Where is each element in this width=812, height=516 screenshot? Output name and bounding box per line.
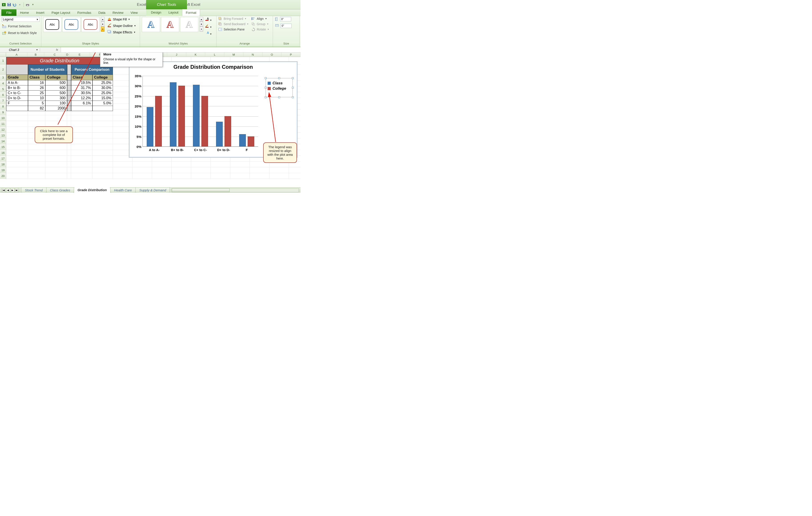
col-header-O[interactable]: O (262, 53, 282, 57)
formula-input[interactable] (61, 47, 300, 52)
shape-fill-button[interactable]: Shape Fill ▼ (107, 17, 136, 22)
col-header-P[interactable]: P (282, 53, 300, 57)
text-effects-button[interactable]: A▼ (205, 31, 212, 35)
sheet-tab-stock-trend[interactable]: Stock Trend (21, 187, 47, 193)
row-header-17[interactable]: 17 (0, 156, 6, 162)
align-button[interactable]: Align▼ (252, 17, 269, 21)
reset-match-style-button[interactable]: Reset to Match Style (2, 31, 37, 35)
row-header-5[interactable]: 5 (0, 86, 6, 92)
row-header-10[interactable]: 10 (0, 115, 6, 121)
shape-style-preset-1[interactable]: Abc (43, 17, 61, 32)
bar-college-3[interactable] (225, 116, 231, 146)
sheet-tab-class-grades[interactable]: Class Grades (46, 187, 74, 193)
col-header-E[interactable]: E (69, 53, 90, 57)
col-header-J[interactable]: J (167, 53, 186, 57)
selection-pane-button[interactable]: Selection Pane (218, 28, 249, 31)
row-header-13[interactable]: 13 (0, 133, 6, 138)
col-header-B[interactable]: B (27, 53, 44, 57)
shape-style-preset-3[interactable]: Abc (81, 17, 99, 32)
sheet-tab-grade-distribution[interactable]: Grade Distribution (74, 187, 111, 193)
tab-insert[interactable]: Insert (32, 9, 48, 16)
chart-plot-area[interactable]: 0%5%10%15%20%25%30%35%A to A-B+ to B-C+ … (143, 76, 258, 147)
sheet-tab-supply-demand[interactable]: Supply & Demand (135, 187, 170, 193)
col-header-C[interactable]: C (44, 53, 65, 57)
qat-dropdown-icon[interactable]: ▼ (30, 2, 35, 7)
bar-college-1[interactable] (178, 86, 185, 146)
col-header-L[interactable]: L (205, 53, 224, 57)
group-button[interactable]: Group▼ (252, 22, 269, 26)
sheet-nav-prev[interactable]: ◀ (6, 188, 10, 192)
tab-review[interactable]: Review (109, 9, 127, 16)
tab-design[interactable]: Design (147, 9, 165, 16)
sheet-nav-first[interactable]: |◀ (2, 188, 5, 192)
tab-data[interactable]: Data (95, 9, 109, 16)
send-backward-button[interactable]: Send Backward▼ (218, 22, 249, 26)
height-input[interactable]: 0" (280, 17, 291, 21)
col-header-M[interactable]: M (224, 53, 243, 57)
row-header-3[interactable]: 3 (0, 75, 6, 81)
wordart-gallery-more[interactable]: ▾ (200, 27, 203, 32)
tab-home[interactable]: Home (17, 9, 32, 16)
col-header-A[interactable]: A (6, 53, 27, 57)
row-header-19[interactable]: 19 (0, 167, 6, 173)
row-header-1[interactable]: 1 (0, 57, 6, 64)
width-input[interactable]: 0" (281, 24, 292, 28)
tab-formulas[interactable]: Formulas (74, 9, 95, 16)
tab-layout[interactable]: Layout (165, 9, 182, 16)
horizontal-scrollbar[interactable] (172, 188, 299, 192)
bar-class-4[interactable] (239, 134, 246, 146)
bar-college-0[interactable] (155, 96, 162, 146)
shape-gallery-more[interactable]: ▾ (101, 27, 105, 32)
file-tab[interactable]: File (1, 9, 17, 16)
wordart-preset-1[interactable]: A (142, 17, 160, 32)
row-header-12[interactable]: 12 (0, 127, 6, 133)
redo-icon[interactable]: ▾ (17, 2, 22, 7)
tab-format[interactable]: Format (182, 9, 200, 16)
chart-element-dropdown[interactable]: Legend ▼ (2, 17, 39, 22)
bar-class-3[interactable] (216, 122, 223, 146)
shape-style-preset-2[interactable]: Abc (62, 17, 81, 32)
tab-view[interactable]: View (127, 9, 141, 16)
shape-effects-button[interactable]: Shape Effects ▼ (107, 30, 136, 34)
row-header-6[interactable]: 6 (0, 92, 6, 98)
row-header-14[interactable]: 14 (0, 138, 6, 144)
shape-gallery-up[interactable]: ▲ (101, 17, 105, 22)
row-header-16[interactable]: 16 (0, 150, 6, 156)
col-header-N[interactable]: N (243, 53, 262, 57)
row-header-8[interactable]: 8 (0, 104, 6, 109)
row-header-15[interactable]: 15 (0, 144, 6, 150)
bar-class-0[interactable] (147, 107, 153, 146)
select-all-corner[interactable] (0, 53, 6, 57)
print-icon[interactable] (25, 2, 30, 7)
save-icon[interactable] (7, 2, 11, 7)
wordart-gallery-up[interactable]: ▲ (200, 17, 203, 22)
sheet-nav-next[interactable]: ▶ (10, 188, 14, 192)
sheet-tab-health-care[interactable]: Health Care (110, 187, 136, 193)
bar-class-2[interactable] (193, 85, 200, 146)
tab-page-layout[interactable]: Page Layout (48, 9, 74, 16)
bar-college-4[interactable] (248, 136, 254, 146)
row-header-7[interactable]: 7 (0, 98, 6, 104)
format-selection-button[interactable]: Format Selection (2, 24, 32, 28)
wordart-gallery-down[interactable]: ▼ (200, 22, 203, 27)
row-header-20[interactable]: 20 (0, 173, 6, 179)
col-header-D[interactable]: D (65, 53, 69, 57)
row-header-9[interactable]: 9 (0, 109, 6, 115)
wordart-preset-3[interactable]: A (180, 17, 198, 32)
text-fill-button[interactable]: A▼ (205, 17, 212, 22)
rotate-button[interactable]: Rotate▼ (252, 28, 269, 31)
excel-icon[interactable]: X (1, 2, 6, 7)
col-header-K[interactable]: K (186, 53, 205, 57)
chart-legend[interactable]: Class College (266, 78, 293, 97)
name-box[interactable]: Chart 3▼ (0, 48, 40, 52)
fx-icon[interactable]: fx (53, 48, 61, 51)
bring-forward-button[interactable]: Bring Forward▼ (218, 17, 249, 21)
row-header-2[interactable]: 2 (0, 64, 6, 75)
bar-college-2[interactable] (201, 96, 208, 146)
wordart-preset-2[interactable]: A (161, 17, 179, 32)
bar-class-1[interactable] (170, 82, 176, 146)
text-outline-button[interactable]: ▼ (205, 24, 212, 28)
row-header-11[interactable]: 11 (0, 121, 6, 127)
sheet-nav-last[interactable]: ▶| (15, 188, 19, 192)
row-header-18[interactable]: 18 (0, 162, 6, 167)
